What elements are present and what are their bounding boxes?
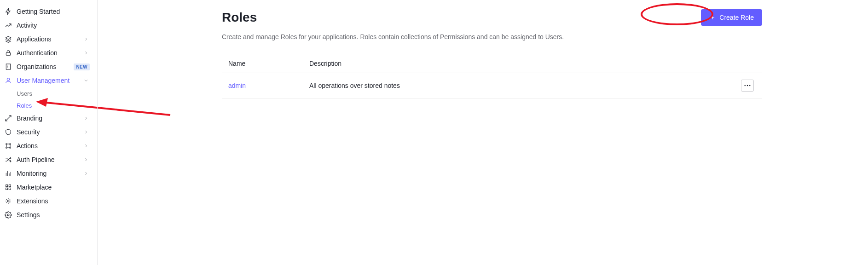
- flow-icon: [4, 141, 13, 150]
- sidebar-item-label: Authentication: [17, 49, 82, 57]
- role-name-link[interactable]: admin: [222, 73, 303, 98]
- svg-point-15: [749, 85, 750, 86]
- sidebar-item-label: Auth Pipeline: [17, 156, 82, 163]
- user-icon: [4, 76, 13, 85]
- svg-rect-0: [6, 52, 10, 55]
- sidebar-item-extensions[interactable]: Extensions: [2, 194, 93, 208]
- create-role-label: Create Role: [719, 14, 754, 21]
- sidebar-subitem-users[interactable]: Users: [2, 87, 93, 99]
- sidebar-item-security[interactable]: Security: [2, 125, 93, 139]
- sidebar-item-authentication[interactable]: Authentication: [2, 46, 93, 60]
- sidebar-item-branding[interactable]: Branding: [2, 111, 93, 125]
- roles-table: Name Description admin All operations ov…: [222, 54, 762, 98]
- svg-rect-9: [6, 188, 8, 190]
- sidebar-item-label: User Management: [17, 77, 82, 84]
- lock-icon: [4, 48, 13, 58]
- svg-rect-10: [9, 188, 11, 190]
- chevron-right-icon: [82, 170, 90, 177]
- sidebar-item-actions[interactable]: Actions: [2, 139, 93, 153]
- building-icon: [4, 62, 13, 71]
- sidebar-subitem-roles[interactable]: Roles: [2, 99, 93, 111]
- svg-point-5: [6, 147, 7, 149]
- page-subtitle: Create and manage Roles for your applica…: [222, 33, 762, 40]
- sidebar-item-label: Monitoring: [17, 170, 82, 177]
- chevron-right-icon: [82, 115, 90, 122]
- chevron-right-icon: [82, 49, 90, 57]
- new-badge: NEW: [74, 63, 90, 70]
- chevron-down-icon: [82, 77, 90, 84]
- svg-point-13: [745, 85, 746, 86]
- sidebar-item-settings[interactable]: Settings: [2, 208, 93, 222]
- chevron-right-icon: [82, 128, 90, 136]
- sidebar-item-applications[interactable]: Applications: [2, 32, 93, 46]
- col-header-description: Description: [303, 54, 735, 73]
- svg-point-12: [7, 214, 9, 216]
- sidebar-item-label: Branding: [17, 115, 82, 122]
- sidebar-item-activity[interactable]: Activity: [2, 18, 93, 32]
- chevron-right-icon: [82, 156, 90, 163]
- branding-icon: [4, 114, 13, 123]
- sidebar-item-marketplace[interactable]: Marketplace: [2, 180, 93, 194]
- create-role-button[interactable]: Create Role: [701, 9, 762, 26]
- trend-icon: [4, 21, 13, 30]
- grid-icon: [4, 183, 13, 192]
- sidebar-item-label: Organizations: [17, 63, 74, 70]
- sidebar-item-label: Marketplace: [17, 184, 90, 191]
- role-description: All operations over stored notes: [303, 73, 735, 98]
- sidebar-item-organizations[interactable]: Organizations NEW: [2, 60, 93, 74]
- sidebar-item-getting-started[interactable]: Getting Started: [2, 5, 93, 18]
- more-horizontal-icon: [744, 85, 751, 86]
- svg-rect-7: [6, 185, 8, 187]
- shuffle-icon: [4, 155, 13, 164]
- bolt-icon: [4, 7, 13, 16]
- svg-point-11: [7, 200, 9, 202]
- row-more-button[interactable]: [741, 80, 754, 92]
- sidebar-item-user-management[interactable]: User Management: [2, 74, 93, 87]
- svg-point-2: [7, 78, 9, 81]
- svg-point-4: [10, 144, 11, 145]
- bars-icon: [4, 169, 13, 178]
- page-title: Roles: [222, 10, 257, 25]
- chevron-right-icon: [82, 35, 90, 43]
- sidebar-item-label: Extensions: [17, 197, 90, 205]
- sidebar: Getting Started Activity Applications Au…: [2, 0, 98, 265]
- shield-icon: [4, 127, 13, 137]
- puzzle-icon: [4, 196, 13, 206]
- table-row: admin All operations over stored notes: [222, 73, 762, 98]
- col-header-name: Name: [222, 54, 303, 73]
- plus-icon: [709, 14, 716, 21]
- layers-icon: [4, 35, 13, 44]
- chevron-right-icon: [82, 142, 90, 150]
- sidebar-item-label: Actions: [17, 142, 82, 150]
- svg-point-14: [747, 85, 748, 86]
- sidebar-item-label: Getting Started: [17, 8, 90, 15]
- sidebar-item-auth-pipeline[interactable]: Auth Pipeline: [2, 153, 93, 167]
- svg-rect-8: [9, 185, 11, 187]
- sidebar-item-monitoring[interactable]: Monitoring: [2, 167, 93, 180]
- svg-rect-1: [6, 64, 10, 69]
- sidebar-item-label: Applications: [17, 35, 82, 43]
- svg-point-3: [6, 144, 7, 145]
- gear-icon: [4, 210, 13, 219]
- sidebar-item-label: Settings: [17, 211, 90, 219]
- main-content: Roles Create Role Create and manage Role…: [98, 0, 868, 265]
- svg-point-6: [10, 147, 11, 149]
- sidebar-item-label: Activity: [17, 22, 90, 29]
- sidebar-item-label: Security: [17, 128, 82, 136]
